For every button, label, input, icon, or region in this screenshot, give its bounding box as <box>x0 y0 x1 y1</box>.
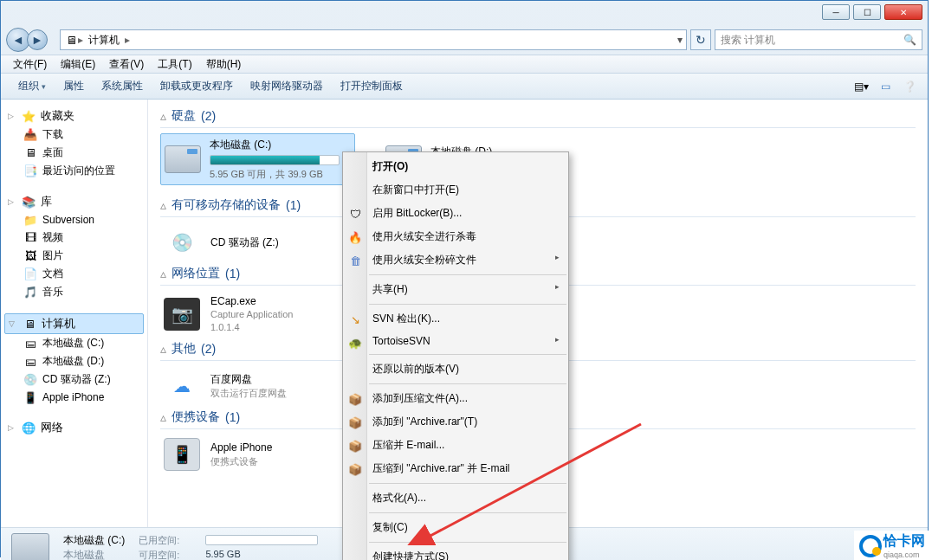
archive-icon: 📦 <box>347 415 363 430</box>
menu-edit[interactable]: 编辑(E) <box>54 55 102 74</box>
side-drive-c[interactable]: 🖴本地磁盘 (C:) <box>4 334 144 352</box>
ctx-svn-checkout[interactable]: ↘SVN 检出(K)... <box>343 307 568 331</box>
side-recent[interactable]: 📑最近访问的位置 <box>4 162 144 180</box>
crumb-computer[interactable]: 计算机 <box>83 33 125 48</box>
side-iphone[interactable]: 📱Apple iPhone <box>4 389 144 406</box>
ctx-compress-rar-email[interactable]: 📦压缩到 "Archive.rar" 并 E-mail <box>343 457 568 480</box>
menu-file[interactable]: 文件(F) <box>6 55 54 74</box>
search-placeholder: 搜索 计算机 <box>721 33 775 48</box>
camera-icon: 📷 <box>164 298 200 331</box>
drive-icon <box>165 145 201 173</box>
status-type: 本地磁盘 <box>63 548 125 561</box>
side-computer[interactable]: ▽🖥计算机 <box>4 313 144 334</box>
ctx-copy[interactable]: 复制(C) <box>343 516 568 539</box>
tool-uninstall[interactable]: 卸载或更改程序 <box>152 75 242 97</box>
tool-control-panel[interactable]: 打开控制面板 <box>332 75 411 97</box>
drive-c-name: 本地磁盘 (C:) <box>210 138 340 152</box>
ctx-huorong-shred[interactable]: 🗑使用火绒安全粉碎文件 <box>343 248 568 272</box>
tool-system-properties[interactable]: 系统属性 <box>93 75 152 97</box>
cd-icon: 💿 <box>23 373 37 387</box>
address-dropdown-icon[interactable]: ▾ <box>677 34 683 46</box>
nav-back-forward: ◄ ► <box>6 28 56 52</box>
side-downloads[interactable]: 📥下载 <box>4 126 144 144</box>
side-network[interactable]: ▷🌐网络 <box>4 418 144 437</box>
menubar: 文件(F) 编辑(E) 查看(V) 工具(T) 帮助(H) <box>1 55 928 74</box>
music-icon: 🎵 <box>23 286 37 299</box>
ctx-huorong-scan[interactable]: 🔥使用火绒安全进行杀毒 <box>343 225 568 248</box>
drive-c[interactable]: 本地磁盘 (C:) 5.95 GB 可用，共 39.9 GB <box>160 133 355 185</box>
ctx-create-shortcut[interactable]: 创建快捷方式(S) <box>343 545 568 560</box>
document-icon: 📄 <box>23 267 37 281</box>
library-icon: 📚 <box>22 195 36 209</box>
watermark-logo: 恰卡网 qiaqa.com <box>854 531 930 560</box>
ctx-restore-previous[interactable]: 还原以前的版本(V) <box>343 357 568 381</box>
menu-tools[interactable]: 工具(T) <box>151 55 198 74</box>
recent-icon: 📑 <box>23 164 37 178</box>
computer-icon: 🖥 <box>64 33 78 47</box>
search-icon[interactable]: 🔍 <box>903 34 916 46</box>
baidu-item[interactable]: ☁ 百度网盘 双击运行百度网盘 <box>160 366 368 406</box>
maximize-button[interactable]: ☐ <box>853 4 881 20</box>
search-box[interactable]: 搜索 计算机 🔍 <box>715 29 922 50</box>
side-libraries[interactable]: ▷📚库 <box>4 192 144 211</box>
ctx-add-archive-rar[interactable]: 📦添加到 "Archive.rar"(T) <box>343 410 568 434</box>
context-menu: 打开(O) 在新窗口中打开(E) 🛡启用 BitLocker(B)... 🔥使用… <box>342 151 569 560</box>
side-desktop[interactable]: 🖥桌面 <box>4 144 144 162</box>
phone-icon: 📱 <box>23 390 37 404</box>
forward-button[interactable]: ► <box>27 29 48 50</box>
menu-view[interactable]: 查看(V) <box>102 55 151 74</box>
status-free-val: 5.95 GB <box>205 549 318 561</box>
ecap-item[interactable]: 📷 ECap.exe Capture Application 1.0.1.4 <box>160 291 368 338</box>
toolbar: 组织 属性 系统属性 卸载或更改程序 映射网络驱动器 打开控制面板 ▤▾ ▭ ❔ <box>1 74 928 100</box>
folder-icon: 📁 <box>23 213 37 227</box>
side-drive-z[interactable]: 💿CD 驱动器 (Z:) <box>4 370 144 389</box>
status-name: 本地磁盘 (C:) <box>63 533 125 548</box>
ctx-format[interactable]: 格式化(A)... <box>343 486 568 510</box>
refresh-button[interactable]: ↻ <box>690 29 711 50</box>
nav-row: ◄ ► 🖥 ▸ 计算机 ▸ ▾ ↻ 搜索 计算机 🔍 <box>1 25 928 55</box>
picture-icon: 🖼 <box>23 249 37 263</box>
side-music[interactable]: 🎵音乐 <box>4 283 144 301</box>
drive-icon: 🖴 <box>23 337 37 351</box>
drive-c-free: 5.95 GB 可用，共 39.9 GB <box>210 168 340 181</box>
minimize-button[interactable]: ─ <box>822 4 850 20</box>
archive-icon: 📦 <box>347 461 363 477</box>
ctx-sep <box>369 483 566 484</box>
video-icon: 🎞 <box>23 231 37 245</box>
logo-ring-icon <box>859 535 882 557</box>
side-drive-d[interactable]: 🖴本地磁盘 (D:) <box>4 352 144 370</box>
side-videos[interactable]: 🎞视频 <box>4 229 144 247</box>
side-documents[interactable]: 📄文档 <box>4 265 144 283</box>
tool-organize[interactable]: 组织 <box>10 75 55 97</box>
address-bar[interactable]: 🖥 ▸ 计算机 ▸ ▾ <box>60 29 687 50</box>
ctx-compress-email[interactable]: 📦压缩并 E-mail... <box>343 434 568 457</box>
ctx-bitlocker[interactable]: 🛡启用 BitLocker(B)... <box>343 202 568 225</box>
iphone-item[interactable]: 📱 Apple iPhone 便携式设备 <box>160 434 368 474</box>
side-svn[interactable]: 📁Subversion <box>4 211 144 229</box>
view-options-button[interactable]: ▤▾ <box>851 78 871 95</box>
cd-drive-z[interactable]: 💿 CD 驱动器 (Z:) <box>160 222 368 262</box>
menu-help[interactable]: 帮助(H) <box>199 55 249 74</box>
crumb-sep-icon: ▸ <box>125 34 130 46</box>
ctx-open-new-window[interactable]: 在新窗口中打开(E) <box>343 178 568 202</box>
ctx-sep <box>369 542 566 543</box>
tool-properties[interactable]: 属性 <box>55 75 93 97</box>
status-drive-icon <box>11 533 49 561</box>
ctx-sep <box>369 512 566 513</box>
ctx-open[interactable]: 打开(O) <box>343 155 568 178</box>
cd-icon: 💿 <box>164 226 200 259</box>
drive-icon: 🖴 <box>23 355 37 369</box>
preview-pane-button[interactable]: ▭ <box>876 78 895 95</box>
ctx-tortoisesvn[interactable]: 🐢TortoiseSVN <box>343 331 568 351</box>
shred-icon: 🗑 <box>347 253 363 268</box>
ctx-share[interactable]: 共享(H) <box>343 278 568 301</box>
close-button[interactable]: ✕ <box>884 4 922 20</box>
ctx-sep <box>369 274 566 275</box>
section-hard-drives[interactable]: ▵硬盘 (2) <box>160 105 916 128</box>
ctx-add-archive[interactable]: 📦添加到压缩文件(A)... <box>343 387 568 410</box>
desktop-icon: 🖥 <box>23 146 37 160</box>
side-pictures[interactable]: 🖼图片 <box>4 247 144 265</box>
tool-map-drive[interactable]: 映射网络驱动器 <box>242 75 332 97</box>
side-favorites[interactable]: ▷⭐收藏夹 <box>4 106 144 126</box>
help-button[interactable]: ❔ <box>900 78 919 95</box>
